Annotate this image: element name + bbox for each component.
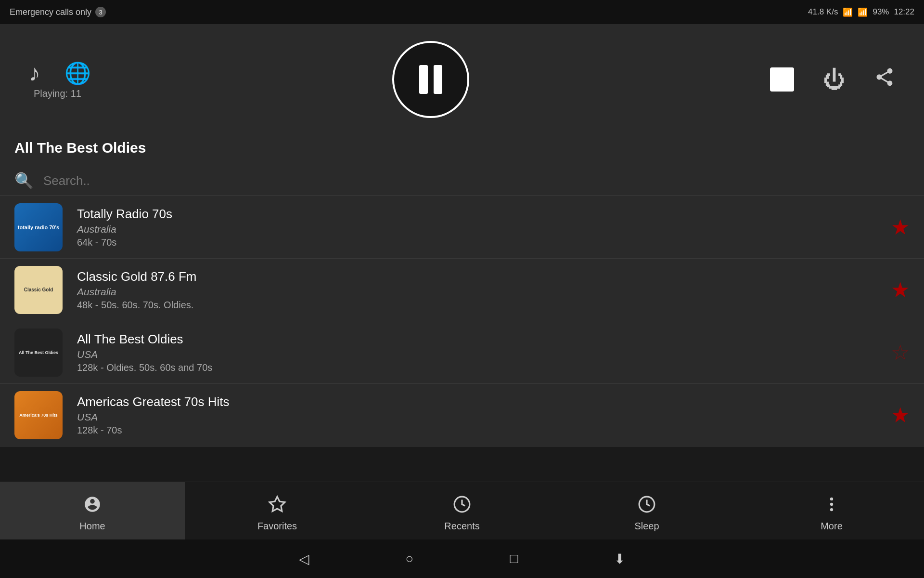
nav-icon-favorites [268,495,286,518]
player-left-group: ♪ 🌐 Playing: 11 [29,60,91,99]
favorite-button[interactable]: ☆ [891,340,910,365]
power-icon[interactable]: ⏻ [823,66,845,92]
pause-bar-left [419,65,428,94]
search-bar: 🔍 [0,166,924,196]
station-bitrate: 128k - 70s [77,425,876,436]
nav-icon-home [83,495,102,518]
station-name: All The Best Oldies [77,332,876,347]
battery-level: 93% [873,7,889,17]
station-item[interactable]: totally radio 70's Totally Radio 70s Aus… [0,196,924,259]
now-playing-text: All The Best Oldies [14,140,146,156]
station-info: All The Best Oldies USA 128k - Oldies. 5… [77,332,876,373]
favorite-button[interactable]: ★ [891,277,910,302]
nav-item-favorites[interactable]: Favorites [185,482,370,539]
station-info: Americas Greatest 70s Hits USA 128k - 70… [77,394,876,436]
home-button[interactable]: ○ [406,551,414,566]
status-left: Emergency calls only 3 [10,7,106,17]
nav-icon-sleep [638,495,656,518]
nav-item-recents[interactable]: Recents [370,482,554,539]
search-input[interactable] [43,173,910,188]
favorite-button[interactable]: ★ [891,403,910,427]
station-name: Classic Gold 87.6 Fm [77,269,876,284]
station-logo: totally radio 70's [14,203,63,251]
share-icon[interactable] [874,66,895,92]
status-right: 41.8 K/s 📶 📶 93% 12:22 [808,7,914,17]
station-name: Americas Greatest 70s Hits [77,394,876,409]
station-info: Classic Gold 87.6 Fm Australia 48k - 50s… [77,269,876,311]
svg-point-4 [830,502,833,505]
station-bitrate: 64k - 70s [77,237,876,248]
bluetooth-icon: 📶 [843,7,853,17]
station-item[interactable]: America's 70s Hits Americas Greatest 70s… [0,384,924,447]
player-icons-row: ♪ 🌐 [29,60,91,86]
status-bar: Emergency calls only 3 41.8 K/s 📶 📶 93% … [0,0,924,24]
player-header: ♪ 🌐 Playing: 11 ⏻ [0,24,924,135]
player-center [392,41,469,118]
station-logo: Classic Gold [14,266,63,314]
nav-label-more: More [821,521,843,532]
svg-point-5 [830,508,833,511]
station-logo: America's 70s Hits [14,391,63,439]
nav-label-sleep: Sleep [634,521,659,532]
station-list: totally radio 70's Totally Radio 70s Aus… [0,196,924,447]
station-country: USA [77,349,876,360]
favorite-button[interactable]: ★ [891,215,910,239]
bottom-nav: HomeFavoritesRecentsSleepMore [0,482,924,539]
nav-item-more[interactable]: More [739,482,924,539]
nav-label-recents: Recents [444,521,479,532]
system-nav: ◁ ○ □ ⬇ [0,539,924,578]
station-item[interactable]: All The Best Oldies All The Best Oldies … [0,321,924,384]
data-speed: 41.8 K/s [808,7,838,17]
globe-icon[interactable]: 🌐 [64,61,91,86]
nav-icon-recents [453,495,471,518]
emergency-text: Emergency calls only [10,7,91,17]
square-button[interactable]: □ [510,551,518,566]
menu-button[interactable]: ⬇ [614,551,625,567]
now-playing-title: All The Best Oldies [0,135,924,166]
nav-item-sleep[interactable]: Sleep [554,482,739,539]
nav-item-home[interactable]: Home [0,482,185,539]
music-icon[interactable]: ♪ [29,60,40,86]
station-country: USA [77,411,876,423]
station-info: Totally Radio 70s Australia 64k - 70s [77,207,876,248]
search-icon: 🔍 [14,171,34,190]
station-bitrate: 128k - Oldies. 50s. 60s and 70s [77,362,876,373]
nav-icon-more [822,495,841,518]
playing-label: Playing: 11 [34,88,81,99]
pause-bar-right [434,65,442,94]
station-name: Totally Radio 70s [77,207,876,222]
station-country: Australia [77,223,876,235]
svg-point-3 [830,497,833,500]
svg-marker-0 [270,497,285,511]
station-logo: All The Best Oldies [14,328,63,377]
clock: 12:22 [894,7,914,17]
player-right: ⏻ [770,66,895,92]
stop-button[interactable] [770,67,794,92]
back-button[interactable]: ◁ [299,551,309,567]
pause-button[interactable] [392,41,469,118]
station-country: Australia [77,286,876,298]
pause-icon [419,65,442,94]
notification-badge: 3 [95,7,106,17]
nav-label-favorites: Favorites [257,521,297,532]
station-bitrate: 48k - 50s. 60s. 70s. Oldies. [77,300,876,311]
nav-label-home: Home [79,521,105,532]
station-item[interactable]: Classic Gold Classic Gold 87.6 Fm Austra… [0,259,924,321]
signal-icon: 📶 [858,7,868,17]
